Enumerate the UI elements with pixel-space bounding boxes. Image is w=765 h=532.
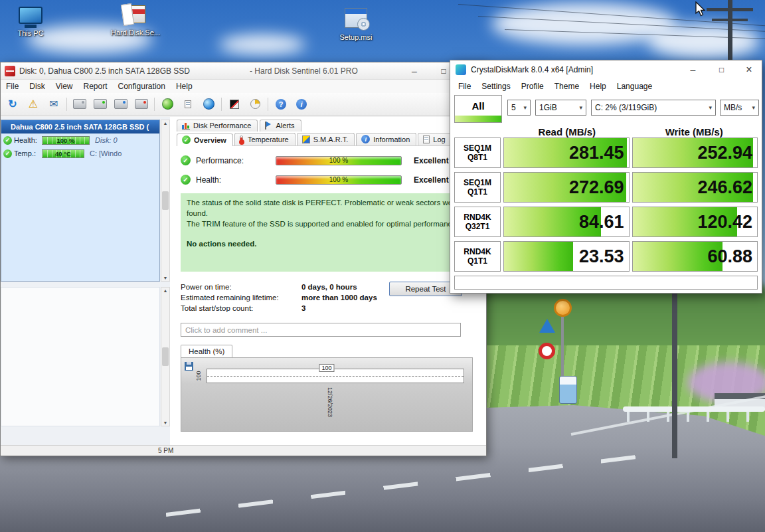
warning-icon[interactable]: ⚠ — [25, 96, 41, 112]
disk-entry-title[interactable]: Dahua C800 2.5 inch SATA 128GB SSD ( — [1, 120, 159, 133]
disk-stats: Power on time: 0 days, 0 hours Estimated… — [181, 282, 477, 313]
scrollbar-thumb[interactable] — [162, 191, 169, 210]
maximize-button[interactable]: □ — [708, 60, 735, 79]
disk-list-empty-area — [1, 287, 160, 426]
disk-ok-icon[interactable] — [92, 96, 108, 112]
close-button[interactable]: × — [736, 60, 762, 79]
log-doc-icon — [423, 135, 430, 143]
tab-disk-performance[interactable]: Disk Performance — [177, 120, 258, 132]
read-value: 272.69 — [569, 177, 624, 198]
write-value: 252.94 — [697, 143, 752, 163]
globe-green-icon[interactable] — [159, 96, 175, 112]
menu-profile[interactable]: Profile — [516, 82, 549, 91]
cdm-comment-input[interactable] — [454, 276, 758, 290]
globe-blue-icon[interactable] — [201, 96, 216, 112]
desktop-icon-setup-msi[interactable]: Setup.msi — [325, 8, 386, 41]
information-icon: i — [361, 135, 370, 143]
menu-help[interactable]: Help — [171, 82, 198, 91]
performance-label: Performance: — [196, 156, 270, 165]
test-size-select[interactable]: 1GiB▾ — [535, 100, 586, 116]
menu-help[interactable]: Help — [584, 82, 612, 91]
menu-settings[interactable]: Settings — [476, 82, 515, 91]
disk-entry[interactable]: Dahua C800 2.5 inch SATA 128GB SSD ( ✓ H… — [1, 120, 160, 282]
performance-check-icon: ✓ — [181, 155, 191, 165]
menu-view[interactable]: View — [50, 82, 78, 91]
test-button-seq1m-q1t1[interactable]: SEQ1MQ1T1 — [454, 172, 501, 203]
read-value: 23.53 — [579, 246, 624, 267]
test-count-select[interactable]: 5▾ — [507, 100, 531, 116]
tab-alerts[interactable]: Alerts — [260, 120, 301, 132]
report-doc-icon[interactable] — [180, 96, 196, 112]
health-history-chart: 100 100 12/26/2023 — [181, 357, 473, 432]
scroll-down-icon[interactable]: ▼ — [163, 420, 168, 425]
help-icon[interactable]: ? — [273, 96, 289, 112]
tab-overview[interactable]: ✓ Overview — [177, 133, 233, 146]
hds-titlebar[interactable]: Disk: 0, Dahua C800 2.5 inch SATA 128GB … — [1, 62, 486, 80]
desktop-icon-label: This PC — [0, 29, 61, 37]
vending-machine — [559, 376, 577, 404]
test-button-seq1m-q8t1[interactable]: SEQ1MQ8T1 — [454, 137, 501, 168]
scroll-up-icon[interactable]: ▲ — [163, 288, 168, 293]
result-row-rnd4k-q1t1: RND4KQ1T1 23.53 60.88 — [454, 241, 758, 272]
unit-select[interactable]: MB/s▾ — [720, 100, 759, 116]
desktop-icon-hard-disk-setup[interactable]: Hard.Disk.Se... — [105, 5, 166, 37]
cloud — [219, 35, 305, 54]
menu-configuration[interactable]: Configuration — [113, 82, 171, 91]
test-button-rnd4k-q1t1[interactable]: RND4KQ1T1 — [454, 241, 501, 272]
health-rating: Excellent — [414, 175, 449, 185]
tab-smart[interactable]: S.M.A.R.T. — [297, 133, 355, 145]
cdm-app-icon — [456, 64, 466, 75]
performance-rating: Excellent — [414, 156, 449, 165]
temp-check-icon: ✓ — [3, 149, 12, 158]
scroll-down-icon[interactable]: ▼ — [163, 276, 168, 280]
status-line-actions: No actions needed. — [187, 238, 475, 249]
performance-row: ✓ Performance: 100 % Excellent — [181, 155, 486, 165]
menu-report[interactable]: Report — [78, 82, 112, 91]
toolbar-separator — [66, 98, 67, 111]
run-all-button[interactable]: All — [454, 95, 502, 123]
scrollbar-thumb[interactable] — [162, 347, 169, 366]
menu-file[interactable]: File — [1, 82, 24, 91]
lower-scrollbar[interactable]: ▲ ▼ — [161, 287, 170, 426]
temp-mini-bar: 40 °C — [42, 149, 84, 158]
performance-chart-icon — [182, 122, 190, 130]
tab-temperature[interactable]: Temperature — [234, 133, 296, 145]
gauge-icon[interactable] — [247, 96, 263, 112]
temp-label: Temp.: — [14, 149, 42, 157]
menu-file[interactable]: File — [453, 82, 476, 91]
scroll-up-icon[interactable]: ▲ — [163, 121, 168, 126]
desktop-icon-this-pc[interactable]: This PC — [0, 7, 61, 37]
hds-statusbar: 5 PM — [1, 445, 486, 456]
read-result-cell: 272.69 — [503, 172, 630, 203]
comment-input[interactable] — [181, 323, 461, 337]
mail-report-icon[interactable]: ✉ — [46, 96, 62, 112]
info-icon[interactable]: i — [294, 96, 309, 112]
disk-temp-row: ✓ Temp.: 40 °C C: [Windo — [1, 147, 159, 160]
disk-status-icon[interactable] — [72, 96, 88, 112]
performance-bar: 100 % — [276, 156, 402, 165]
save-chart-icon[interactable] — [185, 362, 193, 371]
disk-list-scrollbar[interactable]: ▲ ▼ — [161, 120, 170, 282]
tab-log[interactable]: Log — [418, 133, 452, 145]
health-mini-bar: 100 % — [42, 136, 90, 145]
tab-information[interactable]: i Information — [356, 133, 416, 145]
health-row: ✓ Health: 100 % Excellent — [181, 175, 486, 185]
write-value: 120.42 — [697, 212, 752, 232]
pole-crossarm — [707, 8, 753, 11]
smart-test-icon[interactable] — [226, 96, 242, 112]
partition-label: C: [Windo — [90, 149, 122, 157]
test-button-rnd4k-q32t1[interactable]: RND4KQ32T1 — [454, 207, 501, 237]
minimize-button[interactable]: – — [679, 60, 707, 79]
refresh-icon[interactable]: ↻ — [5, 96, 21, 112]
disk-remove-icon[interactable] — [133, 96, 149, 112]
cdm-titlebar[interactable]: CrystalDiskMark 8.0.4 x64 [Admin] – □ × — [450, 60, 762, 79]
menu-disk[interactable]: Disk — [24, 82, 50, 91]
minimize-button[interactable]: – — [402, 62, 427, 79]
result-row-rnd4k-q32t1: RND4KQ32T1 84.61 120.42 — [454, 207, 758, 237]
target-drive-select[interactable]: C: 2% (3/119GiB)▾ — [591, 100, 716, 116]
tab-health-chart[interactable]: Health (%) — [181, 345, 232, 357]
health-check-icon: ✓ — [181, 175, 191, 185]
disk-test-icon[interactable] — [113, 96, 129, 112]
menu-theme[interactable]: Theme — [549, 82, 584, 91]
menu-language[interactable]: Language — [612, 82, 657, 91]
